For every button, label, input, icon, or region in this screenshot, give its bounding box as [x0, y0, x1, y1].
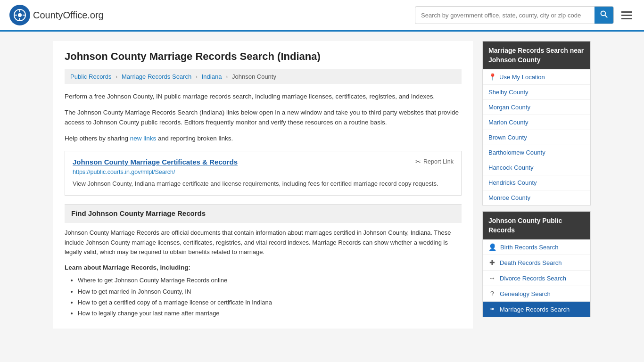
breadcrumb: Public Records › Marriage Records Search…	[65, 69, 462, 84]
list-item: How to legally change your last name aft…	[78, 308, 462, 319]
content-area: Johnson County Marriage Records Search (…	[53, 41, 473, 329]
hancock-county-link[interactable]: Hancock County	[488, 164, 533, 171]
find-section-header: Find Johnson County Marriage Records	[65, 204, 462, 222]
morgan-county-link[interactable]: Morgan County	[488, 104, 530, 111]
breadcrumb-indiana[interactable]: Indiana	[202, 73, 222, 80]
resource-title[interactable]: Johnson County Marriage Certificates & R…	[73, 158, 238, 166]
divorce-records-icon: ↔	[488, 274, 496, 282]
logo-org: Office.org	[63, 10, 103, 20]
pr-birth-records[interactable]: 👤 Birth Records Search	[483, 239, 590, 255]
genealogy-link[interactable]: Genealogy Search	[500, 290, 551, 297]
menu-button[interactable]	[619, 8, 635, 22]
marriage-records-active-label: Marriage Records Search	[500, 306, 570, 313]
search-input[interactable]	[415, 8, 594, 23]
sidebar-item-morgan[interactable]: Morgan County	[483, 100, 590, 115]
breadcrumb-marriage-records-search[interactable]: Marriage Records Search	[122, 73, 191, 80]
marion-county-link[interactable]: Marion County	[488, 119, 528, 126]
intro-text-3: Help others by sharing new links and rep…	[65, 133, 462, 144]
svg-point-1	[18, 13, 22, 17]
public-records-section: Johnson County Public Records 👤 Birth Re…	[482, 211, 591, 317]
breadcrumb-public-records[interactable]: Public Records	[70, 73, 111, 80]
list-item: Where to get Johnson County Marriage Rec…	[78, 275, 462, 286]
resource-card-header: Johnson County Marriage Certificates & R…	[73, 158, 454, 166]
list-item: How to get a certified copy of a marriag…	[78, 297, 462, 308]
header: CountyOffice.org	[0, 0, 644, 32]
sidebar: Marriage Records Search near Johnson Cou…	[482, 41, 591, 329]
search-bar	[415, 6, 614, 24]
monroe-county-link[interactable]: Monroe County	[488, 194, 530, 201]
logo-county: County	[33, 10, 63, 20]
birth-records-link[interactable]: Birth Records Search	[500, 244, 559, 251]
shelby-county-link[interactable]: Shelby County	[488, 89, 528, 96]
breadcrumb-sep-2: ›	[196, 73, 198, 80]
pr-death-records[interactable]: ✚ Death Records Search	[483, 255, 590, 271]
sidebar-item-hancock[interactable]: Hancock County	[483, 160, 590, 175]
sidebar-item-shelby[interactable]: Shelby County	[483, 85, 590, 100]
learn-list: Where to get Johnson County Marriage Rec…	[65, 275, 462, 319]
intro-text-1: Perform a free Johnson County, IN public…	[65, 91, 462, 102]
pr-divorce-records[interactable]: ↔ Divorce Records Search	[483, 271, 590, 286]
hendricks-county-link[interactable]: Hendricks County	[488, 179, 537, 186]
logo-area: CountyOffice.org	[9, 5, 104, 25]
logo-text: CountyOffice.org	[33, 10, 104, 21]
breadcrumb-sep-3: ›	[226, 73, 228, 80]
use-location-item[interactable]: 📍 Use My Location	[483, 69, 590, 85]
divorce-records-link[interactable]: Divorce Records Search	[500, 275, 566, 282]
page-title: Johnson County Marriage Records Search (…	[65, 50, 462, 63]
nearby-marriage-header: Marriage Records Search near Johnson Cou…	[483, 41, 590, 69]
marriage-records-icon: ⚭	[488, 305, 496, 313]
report-link-label: Report Link	[423, 158, 454, 165]
pr-genealogy[interactable]: ? Genealogy Search	[483, 286, 590, 302]
bartholomew-county-link[interactable]: Bartholomew County	[488, 149, 545, 156]
death-records-icon: ✚	[488, 259, 496, 266]
sidebar-item-monroe[interactable]: Monroe County	[483, 190, 590, 205]
svg-point-6	[601, 11, 606, 16]
resource-card: Johnson County Marriage Certificates & R…	[65, 151, 462, 196]
main-container: Johnson County Marriage Records Search (…	[44, 32, 600, 338]
birth-records-icon: 👤	[488, 243, 496, 251]
resource-url[interactable]: https://public.courts.in.gov/mlpl/Search…	[73, 169, 454, 175]
svg-line-7	[605, 15, 607, 17]
sidebar-item-brown[interactable]: Brown County	[483, 130, 590, 145]
use-location-label: Use My Location	[499, 74, 545, 81]
learn-header: Learn about Marriage Records, including:	[65, 264, 462, 271]
resource-desc: View Johnson County, Indiana marriage ce…	[73, 179, 454, 189]
sidebar-item-marion[interactable]: Marion County	[483, 115, 590, 130]
location-icon: 📍	[488, 73, 496, 81]
breadcrumb-johnson-county: Johnson County	[232, 73, 276, 80]
new-links-link[interactable]: new links	[130, 135, 157, 142]
report-link[interactable]: ✂ Report Link	[415, 158, 454, 165]
genealogy-icon: ?	[488, 290, 496, 297]
sidebar-item-hendricks[interactable]: Hendricks County	[483, 175, 590, 190]
intro-text-2: The Johnson County Marriage Records Sear…	[65, 107, 462, 128]
public-records-header-text: Johnson County Public Records	[488, 217, 562, 234]
find-section-text: Johnson County Marriage Records are offi…	[65, 228, 462, 257]
nearby-marriage-header-text: Marriage Records Search near Johnson Cou…	[488, 47, 584, 64]
death-records-link[interactable]: Death Records Search	[500, 259, 562, 266]
nearby-marriage-section: Marriage Records Search near Johnson Cou…	[482, 41, 591, 206]
list-item: How to get married in Johnson County, IN	[78, 286, 462, 297]
brown-county-link[interactable]: Brown County	[488, 134, 527, 141]
breadcrumb-sep-1: ›	[116, 73, 117, 80]
sidebar-item-bartholomew[interactable]: Bartholomew County	[483, 145, 590, 160]
report-link-icon: ✂	[415, 158, 421, 165]
logo-icon	[9, 5, 30, 25]
header-right	[415, 6, 635, 24]
pr-marriage-records[interactable]: ⚭ Marriage Records Search	[483, 302, 590, 317]
public-records-header: Johnson County Public Records	[483, 212, 590, 239]
search-button[interactable]	[594, 7, 613, 24]
